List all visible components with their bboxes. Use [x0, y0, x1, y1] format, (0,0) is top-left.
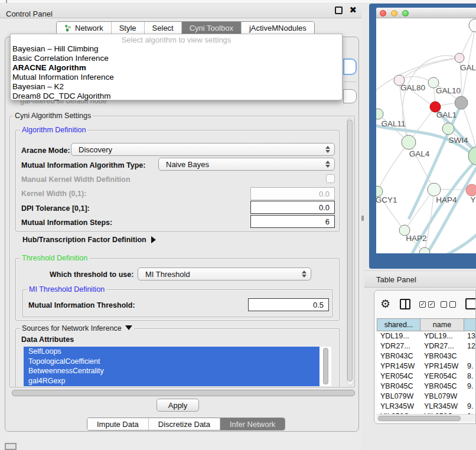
split-pane-handle[interactable]: [361, 216, 364, 221]
table-cell: 9.: [464, 402, 476, 412]
close-icon[interactable]: ✖: [349, 5, 357, 15]
kernel-width-input[interactable]: 0.0: [250, 187, 335, 200]
table-cell: 12: [464, 341, 476, 351]
mac-zoom-icon[interactable]: [402, 10, 409, 17]
mi-threshold-input[interactable]: 0.5: [248, 298, 329, 311]
tab-infer-network[interactable]: Infer Network: [220, 418, 285, 430]
column-header-name[interactable]: name: [420, 318, 464, 331]
settings-scrollbar-thumb[interactable]: [347, 119, 353, 381]
tab-style[interactable]: Style: [112, 22, 145, 34]
node-label-hap2: HAP2: [406, 234, 426, 243]
mi-steps-input[interactable]: 6: [250, 215, 335, 228]
dropdown-item-bayesian-hill-climbing[interactable]: Bayesian – Hill Climbing: [11, 44, 342, 54]
mi-type-label: Mutual Information Algorithm Type:: [21, 161, 145, 169]
table-cell: YBR043C: [420, 351, 464, 361]
dropdown-item-dream8-dc-tdc-algorithm[interactable]: Dream8 DC_TDC Algorithm: [11, 92, 342, 101]
dropdown-item-aracne-algorithm[interactable]: ARACNE Algorithm: [11, 63, 342, 73]
occluded-combo-fragment: [343, 89, 357, 103]
attributes-scrollbar-thumb[interactable]: [323, 348, 328, 384]
aracne-mode-select[interactable]: Discovery: [71, 143, 335, 156]
table-cell: YDL19...: [377, 331, 420, 341]
network-node[interactable]: [469, 19, 476, 32]
tab-impute-data[interactable]: Impute Data: [87, 418, 149, 430]
occluded-network-combo: gal-filtered sif default node: [13, 100, 332, 108]
tab-cyni-toolbox[interactable]: Cyni Toolbox: [182, 22, 242, 34]
network-node[interactable]: [428, 183, 441, 196]
settings-scrollbar[interactable]: [347, 118, 354, 386]
document-icon[interactable]: [465, 298, 476, 309]
node-label-gal10: GAL10: [436, 86, 461, 95]
table-hscrollbar-thumb[interactable]: [378, 416, 461, 421]
float-panel-icon[interactable]: [335, 6, 343, 14]
settings-hscrollbar[interactable]: [12, 390, 355, 396]
data-attributes-list[interactable]: SelfLoopsTopologicalCoefficientBetweenne…: [24, 347, 331, 386]
mac-close-icon[interactable]: [380, 10, 386, 17]
attribute-item-betweennesscentrality[interactable]: BetweennessCentrality: [24, 366, 319, 376]
table-hscrollbar[interactable]: [377, 414, 476, 422]
tab-select[interactable]: Select: [145, 22, 182, 34]
mi-algorithm-type-select[interactable]: Naive Bayes: [158, 158, 335, 171]
dropdown-item-mutual-information-inference[interactable]: Mutual Information Inference: [11, 73, 342, 82]
network-node[interactable]: [466, 184, 476, 196]
attribute-item-topologicalcoefficient[interactable]: TopologicalCoefficient: [24, 357, 319, 367]
manual-kernel-checkbox[interactable]: [326, 174, 335, 183]
tab-label: Network: [75, 24, 103, 32]
mac-minimize-icon[interactable]: [391, 10, 397, 17]
table-cell: YPR145W: [420, 361, 464, 371]
table-row[interactable]: YBR043CYBR043C: [377, 351, 476, 361]
tab-discretize-data[interactable]: Discretize Data: [149, 418, 220, 430]
table-cell: YBL079W: [377, 392, 420, 402]
mi-threshold-title: MI Threshold Definition: [27, 285, 106, 294]
network-edge[interactable]: [377, 142, 409, 191]
tab-label: Impute Data: [97, 420, 139, 429]
tab-label: Infer Network: [230, 420, 275, 429]
sources-title[interactable]: Sources for Network Inference: [20, 324, 134, 332]
apply-button[interactable]: Apply: [157, 399, 199, 412]
network-node[interactable]: [419, 247, 430, 253]
attribute-item-gal4rgexp[interactable]: gal4RGexp: [24, 376, 319, 386]
tab-label: Cyni Toolbox: [190, 24, 233, 32]
which-threshold-select[interactable]: MI Threshold: [138, 268, 311, 281]
dropdown-items: Bayesian – Hill ClimbingBasic Correlatio…: [11, 44, 342, 101]
tab-jactivemnodules[interactable]: jActiveMNodules: [242, 22, 314, 34]
network-canvas[interactable]: GALGAL80GAL10GAL1GAL11SWI4GAL4GCY1HAP4YH…: [376, 18, 476, 253]
table-row[interactable]: YBL079WYBL079W: [377, 392, 476, 402]
table-row[interactable]: YDL19...YDL19...13: [377, 331, 476, 341]
attributes-scrollbar[interactable]: [323, 348, 328, 384]
dropdown-item-bayesian-k2[interactable]: Bayesian – K2: [11, 82, 342, 92]
node-label-y: Y: [470, 195, 475, 204]
dpi-tolerance-input[interactable]: 0.0: [250, 201, 335, 214]
column-header-shared[interactable]: shared...: [377, 318, 420, 331]
tab-network[interactable]: Network: [57, 22, 112, 34]
network-node[interactable]: [468, 146, 476, 165]
gear-icon[interactable]: ⚙: [380, 297, 390, 311]
minimized-panel-icon[interactable]: [5, 443, 17, 450]
select-all-checkboxes-icon[interactable]: ✓✓: [419, 301, 435, 308]
table-cell: 9.: [464, 381, 476, 392]
column-header-cut[interactable]: [464, 318, 476, 331]
table-row[interactable]: YDR27...YDR27...12: [377, 341, 476, 351]
columns-icon[interactable]: [400, 299, 410, 309]
tab-label: Select: [152, 24, 174, 32]
dpi-tolerance-label: DPI Tolerance [0,1]:: [21, 204, 90, 213]
network-edge[interactable]: [447, 234, 476, 253]
attribute-item-selfloops[interactable]: SelfLoops: [24, 347, 319, 357]
table-row[interactable]: YBR045CYBR045C9.: [377, 381, 476, 392]
hub-definition-toggle[interactable]: Hub/Transcription Factor Definition: [22, 236, 156, 244]
network-window-titlebar[interactable]: [376, 8, 476, 18]
network-view-window[interactable]: GALGAL80GAL10GAL1GAL11SWI4GAL4GCY1HAP4YH…: [376, 8, 476, 253]
table-row[interactable]: YLR345WYLR345W9.: [377, 402, 476, 412]
table-row[interactable]: YER054CYER054C8.: [377, 371, 476, 381]
dropdown-item-basic-correlation-inference[interactable]: Basic Correlation Inference: [11, 54, 342, 63]
deselect-all-checkboxes-icon[interactable]: [441, 301, 456, 308]
table-row[interactable]: YPR145WYPR145W9.: [377, 361, 476, 371]
network-node[interactable]: [455, 53, 464, 63]
collapsed-arrow-icon: [151, 236, 156, 243]
spinner-arrows-icon: [302, 270, 307, 278]
algorithm-definition-title: Algorithm Definition: [20, 126, 87, 134]
network-node[interactable]: [442, 123, 454, 135]
table-cell: YDR27...: [420, 341, 464, 351]
cyni-mode-tabs: Impute DataDiscretize DataInfer Network: [87, 418, 285, 431]
network-node[interactable]: [455, 96, 468, 109]
network-node[interactable]: [402, 135, 416, 149]
